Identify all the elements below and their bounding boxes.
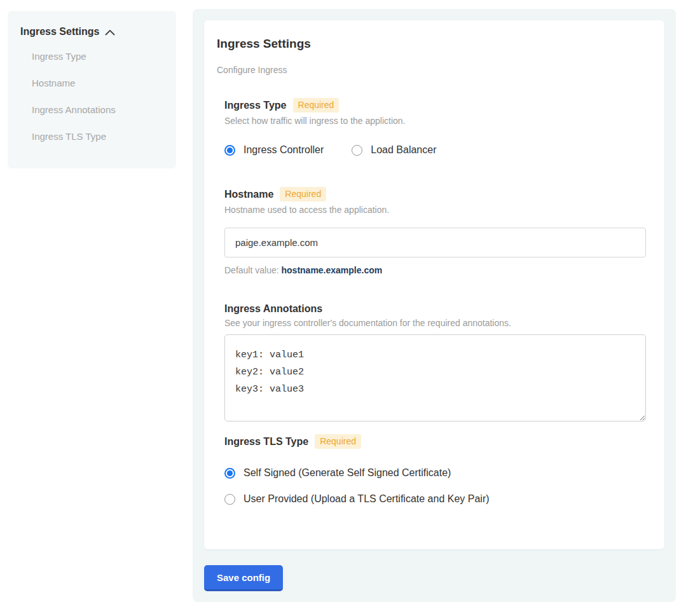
radio-option-self-signed[interactable]: Self Signed (Generate Self Signed Certif… xyxy=(224,467,652,479)
page-subtitle: Configure Ingress xyxy=(217,65,652,75)
radio-icon[interactable] xyxy=(224,494,235,505)
sidebar-item-ingress-type[interactable]: Ingress Type xyxy=(32,50,163,63)
section-heading: Hostname xyxy=(224,189,273,200)
config-card: Ingress Settings Configure Ingress Ingre… xyxy=(204,20,664,549)
section-ingress-annotations: Ingress Annotations See your ingress con… xyxy=(224,303,652,421)
section-help-text: Hostname used to access the application. xyxy=(224,205,652,215)
sidebar-item-hostname[interactable]: Hostname xyxy=(32,77,163,90)
default-value-label: Default value: xyxy=(224,265,282,275)
section-heading: Ingress TLS Type xyxy=(224,436,308,448)
sidebar-item-list: Ingress Type Hostname Ingress Annotation… xyxy=(32,50,163,143)
radio-label: Ingress Controller xyxy=(244,144,324,156)
tls-type-radio-group: Self Signed (Generate Self Signed Certif… xyxy=(224,467,652,505)
default-value-text: hostname.example.com xyxy=(282,265,383,275)
radio-label: Self Signed (Generate Self Signed Certif… xyxy=(244,467,451,479)
section-heading: Ingress Annotations xyxy=(224,303,322,315)
required-badge: Required xyxy=(280,187,326,202)
required-badge: Required xyxy=(293,98,340,113)
section-help-text: See your ingress controller's documentat… xyxy=(224,318,652,328)
radio-label: Load Balancer xyxy=(371,144,436,156)
sidebar-group-ingress-settings[interactable]: Ingress Settings xyxy=(20,26,163,38)
config-panel: Ingress Settings Configure Ingress Ingre… xyxy=(193,9,676,602)
hostname-input[interactable] xyxy=(224,228,646,257)
sidebar-group-label: Ingress Settings xyxy=(20,26,99,38)
radio-option-ingress-controller[interactable]: Ingress Controller xyxy=(224,144,324,156)
radio-icon[interactable] xyxy=(224,145,235,156)
radio-icon[interactable] xyxy=(352,145,362,156)
section-ingress-tls-type: Ingress TLS Type Required Self Signed (G… xyxy=(224,434,652,505)
default-value-line: Default value: hostname.example.com xyxy=(224,265,652,275)
page-title: Ingress Settings xyxy=(217,37,652,51)
radio-icon[interactable] xyxy=(224,468,235,479)
section-ingress-type: Ingress Type Required Select how traffic… xyxy=(224,98,652,156)
section-help-text: Select how traffic will ingress to the a… xyxy=(224,116,652,126)
section-heading: Ingress Type xyxy=(224,100,287,111)
radio-option-user-provided[interactable]: User Provided (Upload a TLS Certificate … xyxy=(224,493,652,505)
config-nav-sidebar: Ingress Settings Ingress Type Hostname I… xyxy=(8,11,176,168)
radio-label: User Provided (Upload a TLS Certificate … xyxy=(244,493,490,505)
section-hostname: Hostname Required Hostname used to acces… xyxy=(224,187,652,275)
save-config-button[interactable]: Save config xyxy=(204,565,283,591)
sidebar-item-ingress-annotations[interactable]: Ingress Annotations xyxy=(32,104,163,116)
sidebar-item-ingress-tls-type[interactable]: Ingress TLS Type xyxy=(32,130,163,143)
required-badge: Required xyxy=(315,434,361,449)
ingress-annotations-textarea[interactable]: key1: value1 key2: value2 key3: value3 xyxy=(224,334,646,421)
radio-option-load-balancer[interactable]: Load Balancer xyxy=(352,144,436,156)
chevron-up-icon xyxy=(105,29,115,36)
ingress-type-radio-group: Ingress Controller Load Balancer xyxy=(224,144,652,156)
